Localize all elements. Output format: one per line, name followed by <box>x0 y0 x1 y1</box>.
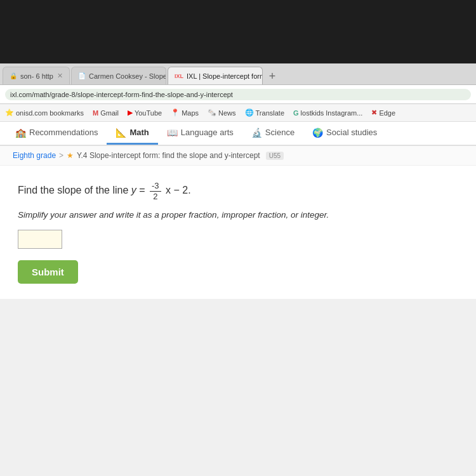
tab-3-icon: IXL <box>175 73 183 79</box>
tab-2-label: Carmen Cooksey - Slope from Ta <box>89 72 166 80</box>
tab-1-icon: 🔒 <box>10 72 17 79</box>
tab-bar: 🔒 son- 6 http ✕ 📄 Carmen Cooksey - Slope… <box>0 63 476 85</box>
address-input[interactable] <box>5 89 471 100</box>
social-studies-icon: 🌍 <box>312 128 323 138</box>
new-tab-button[interactable]: + <box>264 68 281 84</box>
bookmark-gmail-label: Gmail <box>100 109 119 117</box>
bookmark-maps[interactable]: 📍 Maps <box>171 109 199 117</box>
subject-tab-social-studies-label: Social studies <box>326 128 377 137</box>
bookmark-gmail-icon: M <box>93 109 98 117</box>
tab-1[interactable]: 🔒 son- 6 http ✕ <box>3 67 70 84</box>
bookmark-maps-icon: 📍 <box>171 109 180 117</box>
question-prefix: Find the slope of the line <box>18 185 128 195</box>
bookmark-gmail[interactable]: M Gmail <box>93 109 119 117</box>
answer-input[interactable] <box>18 230 62 249</box>
equation-suffix: x − 2. <box>166 185 191 195</box>
subject-tab-language-arts[interactable]: 📖 Language arts <box>158 122 242 145</box>
bookmark-youtube-label: YouTube <box>135 109 162 117</box>
browser-window: 🔒 son- 6 http ✕ 📄 Carmen Cooksey - Slope… <box>0 63 476 476</box>
address-bar <box>0 85 476 104</box>
subject-tab-recommendations-label: Recommendations <box>29 128 98 137</box>
instruction-text: Simplify your answer and write it as a p… <box>18 210 458 220</box>
tab-3[interactable]: IXL IXL | Slope-intercept form: find th … <box>168 67 263 84</box>
fraction: -3 2 <box>150 181 161 201</box>
tab-3-label: IXL | Slope-intercept form: find th <box>187 72 263 80</box>
breadcrumb-star: ★ <box>67 151 74 160</box>
breadcrumb-grade-link[interactable]: Eighth grade <box>13 151 56 160</box>
bookmark-onisd-icon: ⭐ <box>5 109 14 117</box>
bookmark-edge-icon: ✖ <box>371 109 377 117</box>
bookmark-maps-label: Maps <box>182 109 199 117</box>
breadcrumb-skill-label: Y.4 Slope-intercept form: find the slope… <box>77 151 260 160</box>
fraction-denominator: 2 <box>151 192 159 202</box>
subject-tab-math[interactable]: 📐 Math <box>107 122 157 145</box>
breadcrumb: Eighth grade > ★ Y.4 Slope-intercept for… <box>0 146 476 166</box>
submit-button[interactable]: Submit <box>18 260 78 284</box>
bookmark-edge[interactable]: ✖ Edge <box>371 109 395 117</box>
subject-nav: 🏫 Recommendations 📐 Math 📖 Language arts… <box>0 122 476 146</box>
bookmark-edge-label: Edge <box>379 109 395 117</box>
tab-2-icon: 📄 <box>78 72 86 79</box>
math-icon: 📐 <box>116 128 126 138</box>
screen: 🔒 son- 6 http ✕ 📄 Carmen Cooksey - Slope… <box>0 0 476 476</box>
bookmark-onisd-label: onisd.com bookmarks <box>16 109 84 117</box>
subject-tab-social-studies[interactable]: 🌍 Social studies <box>303 122 386 145</box>
bookmark-lostkids-icon: G <box>293 109 299 117</box>
question-text: Find the slope of the line y = -3 2 x − … <box>18 181 458 201</box>
subject-tab-science[interactable]: 🔬 Science <box>242 122 303 145</box>
equation-y: y = <box>131 185 148 195</box>
subject-tab-math-label: Math <box>129 128 149 137</box>
subject-tab-recommendations[interactable]: 🏫 Recommendations <box>6 122 107 145</box>
language-arts-icon: 📖 <box>167 128 178 138</box>
bookmark-lostkids-label: lostkids Instagram... <box>301 109 363 117</box>
main-content: Find the slope of the line y = -3 2 x − … <box>0 166 476 299</box>
tab-1-label: son- 6 http <box>20 72 53 80</box>
skill-badge: U55 <box>266 152 284 160</box>
bookmark-youtube[interactable]: ▶ YouTube <box>128 109 162 117</box>
fraction-numerator: -3 <box>150 181 161 192</box>
bookmarks-bar: ⭐ onisd.com bookmarks M Gmail ▶ YouTube … <box>0 104 476 122</box>
bookmark-news-icon: 🗞️ <box>208 109 216 117</box>
bookmark-news-label: News <box>218 109 236 117</box>
breadcrumb-separator: > <box>59 151 63 160</box>
bookmark-youtube-icon: ▶ <box>128 109 133 117</box>
bookmark-translate-label: Translate <box>256 109 284 117</box>
bookmark-translate[interactable]: 🌐 Translate <box>245 109 284 117</box>
science-icon: 🔬 <box>251 128 262 138</box>
bookmark-translate-icon: 🌐 <box>245 109 254 117</box>
tab-2[interactable]: 📄 Carmen Cooksey - Slope from Ta ✕ <box>71 67 166 84</box>
subject-tab-science-label: Science <box>265 128 294 137</box>
bookmark-onisd[interactable]: ⭐ onisd.com bookmarks <box>5 109 84 117</box>
subject-tab-language-arts-label: Language arts <box>181 128 234 137</box>
recommendations-icon: 🏫 <box>15 128 26 138</box>
tab-1-close[interactable]: ✕ <box>57 72 63 80</box>
bookmark-lostkids[interactable]: G lostkids Instagram... <box>293 109 362 117</box>
answer-field-container <box>18 230 458 260</box>
bookmark-news[interactable]: 🗞️ News <box>208 109 236 117</box>
